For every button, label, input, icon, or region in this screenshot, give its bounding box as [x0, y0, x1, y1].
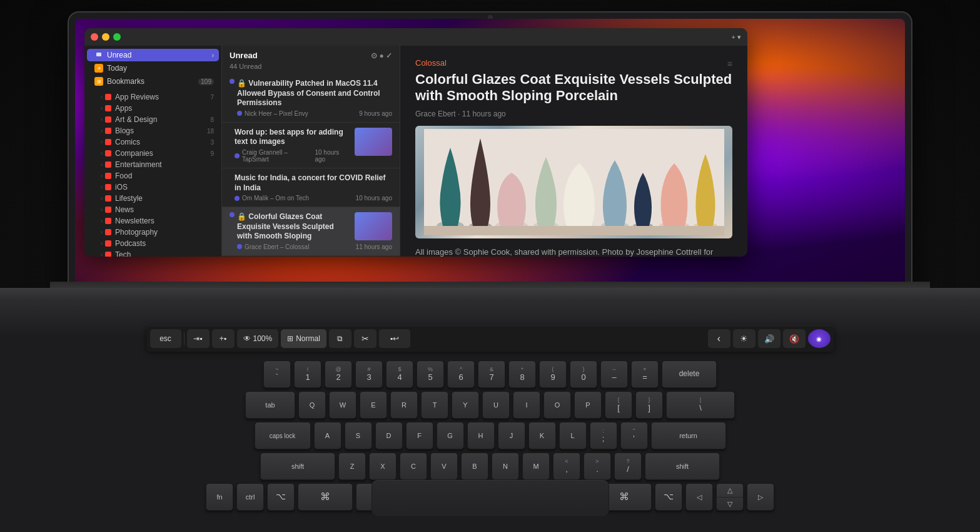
key-o[interactable]: O [543, 391, 571, 419]
key-8[interactable]: *8 [508, 361, 536, 388]
sidebar-folder-companies[interactable]: › Companies 9 [87, 148, 219, 159]
tb-btn-add-image[interactable]: +▪ [212, 329, 235, 348]
sidebar-folder-app-reviews[interactable]: › App Reviews 7 [87, 91, 219, 103]
tb-btn-adjust[interactable]: ⇥▪ [187, 329, 210, 348]
key-y[interactable]: Y [452, 391, 479, 419]
key-1[interactable]: !1 [294, 361, 321, 388]
key-equals[interactable]: += [631, 361, 659, 388]
key-b[interactable]: B [461, 453, 488, 480]
tb-normal-btn[interactable]: ⊞ ⊞ Normal Normal [281, 329, 326, 348]
key-5[interactable]: %5 [417, 361, 444, 388]
tb-scissors-btn[interactable]: ✂ [354, 329, 376, 348]
trackpad[interactable] [371, 479, 609, 517]
sidebar-item-unread[interactable]: Unread › [87, 49, 219, 61]
key-t[interactable]: T [421, 391, 448, 419]
sidebar-folder-comics[interactable]: › Comics 3 [87, 136, 219, 148]
key-period[interactable]: >. [583, 453, 611, 480]
key-backtick[interactable]: ~` [263, 361, 291, 388]
key-control[interactable]: ctrl [236, 483, 264, 511]
article-item-5[interactable]: macOS 11.4 Michael Tsai 11 hours ago [222, 256, 400, 257]
key-q[interactable]: Q [298, 391, 326, 419]
key-c[interactable]: C [400, 453, 427, 480]
key-9[interactable]: (9 [539, 361, 567, 388]
tb-chevron-left[interactable]: ‹ [708, 329, 730, 348]
key-caps-lock[interactable]: caps lock [255, 422, 311, 449]
key-bracket-open[interactable]: {[ [605, 391, 632, 419]
key-left-shift[interactable]: shift [260, 453, 335, 480]
sidebar-folder-news[interactable]: › News [87, 204, 219, 215]
key-2[interactable]: @2 [325, 361, 352, 388]
key-7[interactable]: &7 [478, 361, 505, 388]
tb-brightness-btn[interactable]: ☀ [733, 329, 755, 348]
key-p[interactable]: P [574, 391, 602, 419]
sidebar-folder-tech[interactable]: › Tech [87, 249, 219, 257]
key-d[interactable]: D [375, 422, 403, 449]
sidebar-folder-podcasts[interactable]: › Podcasts [87, 238, 219, 249]
sidebar-item-today[interactable]: ☀ Today [87, 62, 219, 74]
key-3[interactable]: #3 [355, 361, 383, 388]
tb-volume-btn[interactable]: 🔊 [758, 329, 780, 348]
key-g[interactable]: G [437, 422, 464, 449]
key-backslash[interactable]: |\ [666, 391, 735, 419]
sidebar-folder-blogs[interactable]: › Blogs 18 [87, 125, 219, 136]
key-j[interactable]: J [498, 422, 525, 449]
sidebar-folder-apps[interactable]: › Apps [87, 103, 219, 114]
key-4[interactable]: $4 [386, 361, 413, 388]
list-toolbar-icons[interactable]: ⊙ ● ✓ [371, 51, 392, 60]
key-right-shift[interactable]: shift [645, 453, 720, 480]
key-slash[interactable]: ?/ [614, 453, 642, 480]
key-z[interactable]: Z [338, 453, 366, 480]
key-option-left[interactable]: ⌥ [267, 483, 295, 511]
key-f[interactable]: F [406, 422, 433, 449]
key-delete[interactable]: delete [662, 361, 717, 388]
sidebar-folder-food[interactable]: › Food [87, 170, 219, 182]
key-arrow-right[interactable]: ▷ [747, 483, 774, 511]
tb-siri-btn[interactable]: ◉ [808, 329, 831, 348]
key-h[interactable]: H [467, 422, 495, 449]
key-return[interactable]: return [651, 422, 726, 449]
sidebar-item-bookmarks[interactable]: ⊞ Bookmarks 109 [87, 75, 219, 88]
minimize-button[interactable] [102, 33, 109, 41]
key-s[interactable]: S [345, 422, 372, 449]
key-k[interactable]: K [528, 422, 556, 449]
key-i[interactable]: I [513, 391, 540, 419]
key-w[interactable]: W [329, 391, 356, 419]
key-minus[interactable]: –– [600, 361, 628, 388]
key-6[interactable]: ^6 [447, 361, 475, 388]
key-quote[interactable]: "' [620, 422, 648, 449]
article-detail[interactable]: Colossal ≡ Colorful Glazes Coat Exquisit… [400, 46, 747, 257]
key-a[interactable]: A [314, 422, 341, 449]
sidebar-folder-lifestyle[interactable]: › Lifestyle [87, 193, 219, 204]
sidebar-folder-ios[interactable]: › iOS [87, 182, 219, 193]
key-semicolon[interactable]: :; [590, 422, 617, 449]
key-r[interactable]: R [390, 391, 418, 419]
key-v[interactable]: V [430, 453, 458, 480]
key-fn[interactable]: fn [206, 483, 233, 511]
key-arrow-up[interactable]: △ [717, 484, 743, 498]
key-arrow-down[interactable]: ▽ [717, 498, 743, 511]
esc-key[interactable]: esc [150, 329, 181, 348]
maximize-button[interactable] [113, 33, 121, 41]
tb-window-btn[interactable]: ⧉ [329, 329, 351, 348]
key-option-right[interactable]: ⌥ [655, 483, 682, 511]
key-tab[interactable]: tab [245, 391, 295, 419]
key-comma[interactable]: <, [553, 453, 580, 480]
sidebar-folder-photography[interactable]: › Photography [87, 227, 219, 238]
key-l[interactable]: L [559, 422, 587, 449]
detail-actions[interactable]: ≡ [727, 59, 732, 69]
key-0[interactable]: )0 [570, 361, 597, 388]
key-x[interactable]: X [369, 453, 397, 480]
tb-mute-btn[interactable]: 🔇 [783, 329, 806, 348]
add-icon[interactable]: + ▾ [732, 33, 741, 41]
article-item-2[interactable]: Word up: best apps for adding text to im… [222, 123, 400, 168]
key-bracket-close[interactable]: }] [635, 391, 663, 419]
sidebar-folder-newsletters[interactable]: › Newsletters [87, 215, 219, 227]
article-item-4[interactable]: 🔒 Colorful Glazes Coat Exquisite Vessels… [222, 207, 400, 256]
key-m[interactable]: M [522, 453, 550, 480]
key-arrow-left[interactable]: ◁ [685, 483, 713, 511]
close-button[interactable] [91, 33, 98, 41]
sidebar-folder-art-&-design[interactable]: › Art & Design 8 [87, 114, 219, 125]
key-e[interactable]: E [360, 391, 387, 419]
tb-visibility-btn[interactable]: 👁 100% [237, 329, 279, 348]
key-command-left[interactable]: ⌘ [298, 483, 353, 511]
